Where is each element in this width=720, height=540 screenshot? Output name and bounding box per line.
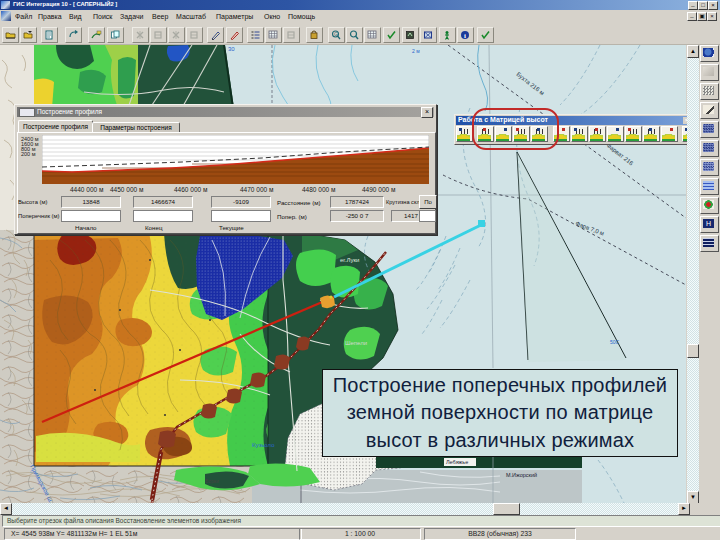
svg-text:30: 30: [228, 46, 235, 52]
svg-text:Борки: Борки: [205, 478, 219, 484]
svg-text:Кузьоло: Кузьоло: [252, 442, 275, 448]
svg-text:М.Ижорский: М.Ижорский: [506, 472, 537, 478]
svg-text:50С: 50С: [610, 339, 620, 345]
svg-text:i: i: [464, 32, 466, 40]
svg-text:Лебяжье: Лебяжье: [446, 459, 468, 465]
svg-text:2 м: 2 м: [412, 48, 420, 54]
svg-text:ег.Луки: ег.Луки: [340, 257, 359, 263]
svg-text:Шепели: Шепели: [345, 340, 367, 346]
